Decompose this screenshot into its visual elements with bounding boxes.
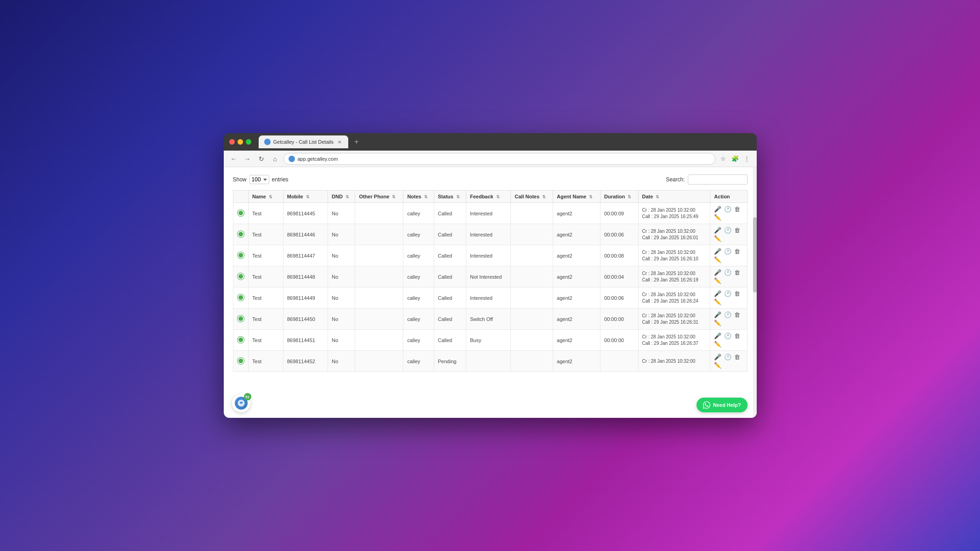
- history-icon[interactable]: 🕐: [724, 206, 731, 213]
- edit-icon[interactable]: ✏️: [714, 256, 721, 263]
- history-icon[interactable]: 🕐: [724, 290, 731, 297]
- action-row-bottom: ✏️: [714, 235, 743, 242]
- scrollbar-track[interactable]: [753, 167, 757, 418]
- scrollbar-thumb[interactable]: [753, 217, 757, 292]
- row-agent-name: agent2: [553, 245, 600, 266]
- edit-icon[interactable]: ✏️: [714, 277, 721, 284]
- edit-icon[interactable]: ✏️: [714, 362, 721, 369]
- row-call-notes: [511, 287, 553, 309]
- menu-icon[interactable]: ⋮: [742, 154, 752, 164]
- call-list-table: Name ⇅ Mobile ⇅ DND ⇅ Other Phone ⇅ Note…: [233, 190, 748, 372]
- row-date: Cr : 28 Jan 2025 10:32:00: [638, 351, 710, 372]
- forward-button[interactable]: →: [242, 153, 253, 164]
- tab-close-icon[interactable]: ✕: [336, 139, 343, 145]
- table-row: Test8698114447NocalleyCalledInterestedag…: [233, 245, 747, 266]
- row-indicator-cell: [233, 245, 249, 266]
- microphone-icon[interactable]: 🎤: [714, 354, 721, 360]
- sort-agent-icon: ⇅: [589, 195, 593, 199]
- edit-icon[interactable]: ✏️: [714, 214, 721, 221]
- maximize-button[interactable]: [246, 139, 251, 145]
- browser-tab[interactable]: Getcalley - Call List Details ✕: [259, 135, 348, 148]
- row-other-phone: [355, 203, 403, 224]
- history-icon[interactable]: 🕐: [724, 248, 731, 255]
- close-button[interactable]: [229, 139, 235, 145]
- show-entries-control: Show 100 25 50 entries: [233, 175, 289, 184]
- search-input[interactable]: [688, 174, 748, 185]
- edit-icon[interactable]: ✏️: [714, 320, 721, 326]
- delete-icon[interactable]: 🗑: [734, 227, 740, 234]
- microphone-icon[interactable]: 🎤: [714, 269, 721, 276]
- action-icons: 🎤 🕐 🗑 ✏️: [714, 311, 743, 326]
- action-icons: 🎤 🕐 🗑 ✏️: [714, 269, 743, 284]
- history-icon[interactable]: 🕐: [724, 311, 731, 318]
- row-agent-name: agent2: [553, 203, 600, 224]
- table-row: Test8698114449NocalleyCalledInterestedag…: [233, 287, 747, 309]
- th-duration[interactable]: Duration ⇅: [600, 191, 638, 203]
- row-mobile: 8698114448: [283, 266, 328, 287]
- th-feedback[interactable]: Feedback ⇅: [466, 191, 510, 203]
- row-mobile: 8698114447: [283, 245, 328, 266]
- th-name[interactable]: Name ⇅: [249, 191, 283, 203]
- th-indicator[interactable]: [233, 191, 249, 203]
- th-notes[interactable]: Notes ⇅: [403, 191, 434, 203]
- bookmark-icon[interactable]: ☆: [718, 154, 728, 164]
- table-header-row: Name ⇅ Mobile ⇅ DND ⇅ Other Phone ⇅ Note…: [233, 191, 747, 203]
- whatsapp-icon: [703, 401, 710, 409]
- th-dnd[interactable]: DND ⇅: [328, 191, 355, 203]
- delete-icon[interactable]: 🗑: [734, 311, 740, 318]
- row-status: Called: [434, 330, 466, 351]
- row-duration: 00:00:00: [600, 330, 638, 351]
- row-call-notes: [511, 266, 553, 287]
- th-other-phone[interactable]: Other Phone ⇅: [355, 191, 403, 203]
- th-status[interactable]: Status ⇅: [434, 191, 466, 203]
- action-row-bottom: ✏️: [714, 214, 743, 221]
- th-mobile[interactable]: Mobile ⇅: [283, 191, 328, 203]
- row-action: 🎤 🕐 🗑 ✏️: [710, 351, 747, 372]
- microphone-icon[interactable]: 🎤: [714, 332, 721, 339]
- status-dot: [238, 231, 244, 237]
- history-icon[interactable]: 🕐: [724, 227, 731, 234]
- home-button[interactable]: ⌂: [270, 153, 281, 164]
- microphone-icon[interactable]: 🎤: [714, 311, 721, 318]
- history-icon[interactable]: 🕐: [724, 354, 731, 360]
- new-tab-button[interactable]: +: [352, 137, 361, 146]
- browser-titlebar: Getcalley - Call List Details ✕ +: [224, 133, 757, 151]
- delete-icon[interactable]: 🗑: [734, 248, 740, 255]
- entries-select[interactable]: 100 25 50: [249, 175, 269, 184]
- table-body: Test8698114445NocalleyCalledInterestedag…: [233, 203, 747, 372]
- microphone-icon[interactable]: 🎤: [714, 248, 721, 255]
- row-notes: calley: [403, 203, 434, 224]
- th-date[interactable]: Date ⇅: [638, 191, 710, 203]
- row-feedback: Switch Off: [466, 309, 510, 330]
- search-control: Search:: [666, 174, 747, 185]
- th-call-notes[interactable]: Call Notes ⇅: [511, 191, 553, 203]
- th-agent-name[interactable]: Agent Name ⇅: [553, 191, 600, 203]
- edit-icon[interactable]: ✏️: [714, 235, 721, 242]
- action-row-bottom: ✏️: [714, 298, 743, 305]
- history-icon[interactable]: 🕐: [724, 269, 731, 276]
- sort-status-icon: ⇅: [456, 195, 460, 199]
- microphone-icon[interactable]: 🎤: [714, 206, 721, 213]
- microphone-icon[interactable]: 🎤: [714, 290, 721, 297]
- back-button[interactable]: ←: [228, 153, 239, 164]
- reload-button[interactable]: ↻: [256, 153, 267, 164]
- microphone-icon[interactable]: 🎤: [714, 227, 721, 234]
- extension-icon[interactable]: 🧩: [730, 154, 740, 164]
- delete-icon[interactable]: 🗑: [734, 269, 740, 276]
- delete-icon[interactable]: 🗑: [734, 332, 740, 339]
- status-dot: [238, 337, 244, 343]
- row-feedback: [466, 351, 510, 372]
- edit-icon[interactable]: ✏️: [714, 298, 721, 305]
- action-icons: 🎤 🕐 🗑 ✏️: [714, 227, 743, 242]
- getcalley-badge[interactable]: 51: [232, 394, 250, 412]
- history-icon[interactable]: 🕐: [724, 332, 731, 339]
- delete-icon[interactable]: 🗑: [734, 206, 740, 213]
- need-help-button[interactable]: Need Help?: [697, 398, 748, 412]
- delete-icon[interactable]: 🗑: [734, 354, 740, 360]
- minimize-button[interactable]: [238, 139, 243, 145]
- edit-icon[interactable]: ✏️: [714, 341, 721, 348]
- row-name: Test: [249, 203, 283, 224]
- delete-icon[interactable]: 🗑: [734, 290, 740, 297]
- row-dnd: No: [328, 224, 355, 245]
- address-bar[interactable]: app.getcalley.com: [283, 153, 715, 165]
